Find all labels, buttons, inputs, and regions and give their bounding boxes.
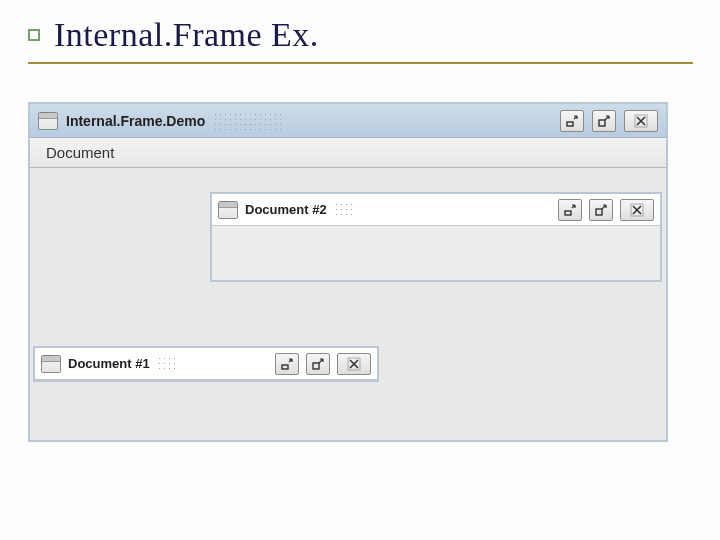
- close-button[interactable]: [337, 353, 371, 375]
- maximize-button[interactable]: [306, 353, 330, 375]
- svg-rect-3: [565, 211, 571, 215]
- svg-rect-1: [599, 120, 605, 126]
- title-accent-square: [28, 29, 40, 41]
- maximize-button[interactable]: [589, 199, 613, 221]
- titlebar-grip[interactable]: [157, 356, 175, 372]
- minimize-button[interactable]: [275, 353, 299, 375]
- slide-title-row: Internal.Frame Ex.: [28, 8, 693, 64]
- internal-frame-doc1[interactable]: Document #1: [33, 346, 379, 382]
- svg-rect-7: [313, 363, 319, 369]
- desktop-pane[interactable]: Document #2: [30, 168, 666, 440]
- svg-rect-0: [567, 122, 573, 126]
- menu-document[interactable]: Document: [40, 142, 120, 163]
- main-window-title: Internal.Frame.Demo: [66, 113, 205, 129]
- slide-title: Internal.Frame Ex.: [54, 16, 319, 54]
- minimize-button[interactable]: [558, 199, 582, 221]
- doc1-titlebar[interactable]: Document #1: [35, 348, 377, 380]
- titlebar-grip[interactable]: [334, 202, 352, 218]
- minimize-button[interactable]: [560, 110, 584, 132]
- svg-rect-4: [596, 209, 602, 215]
- main-titlebar[interactable]: Internal.Frame.Demo: [30, 104, 666, 138]
- doc2-titlebar[interactable]: Document #2: [212, 194, 660, 226]
- doc2-body: [212, 226, 660, 280]
- svg-rect-6: [282, 365, 288, 369]
- doc1-title: Document #1: [68, 356, 150, 371]
- titlebar-grip[interactable]: [213, 112, 285, 130]
- close-button[interactable]: [624, 110, 658, 132]
- window-icon: [218, 201, 238, 219]
- maximize-button[interactable]: [592, 110, 616, 132]
- menubar: Document: [30, 138, 666, 168]
- close-button[interactable]: [620, 199, 654, 221]
- app-window: Internal.Frame.Demo Document Document #2: [28, 102, 668, 442]
- internal-frame-doc2[interactable]: Document #2: [210, 192, 662, 282]
- doc2-title: Document #2: [245, 202, 327, 217]
- window-icon: [38, 112, 58, 130]
- window-icon: [41, 355, 61, 373]
